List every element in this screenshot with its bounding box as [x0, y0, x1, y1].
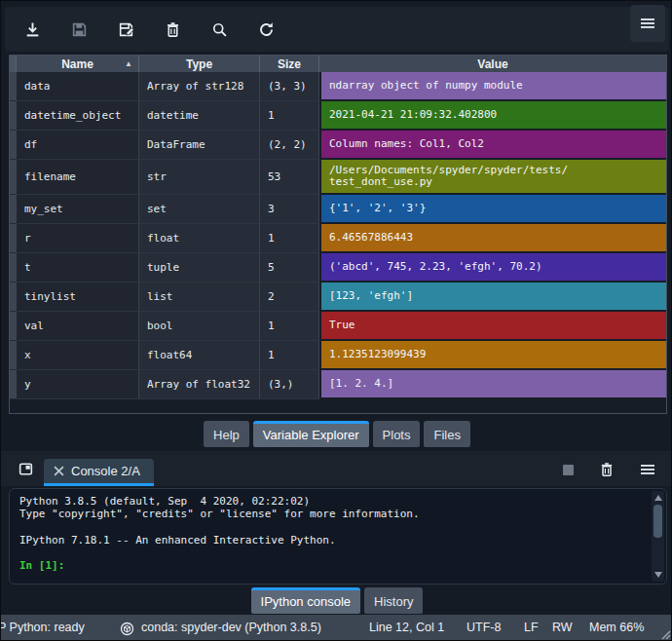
search-variable-button[interactable] [200, 13, 239, 46]
cell-name: data [17, 72, 139, 101]
console-output-lines: Python 3.8.5 (default, Sep 4 2020, 02:22… [19, 495, 647, 559]
cell-type: Array of float32 [139, 370, 260, 399]
encoding-status: UTF-8 [467, 621, 501, 634]
scrollbar-thumb[interactable] [653, 505, 662, 538]
console-line: IPython 7.18.1 -- An enhanced Interactiv… [19, 534, 647, 547]
trash-icon[interactable] [599, 462, 615, 477]
tab-plots[interactable]: Plots [373, 421, 421, 447]
row-header [10, 312, 17, 341]
row-header [10, 224, 17, 253]
conda-env-status[interactable]: conda: spyder-dev (Python 3.8.5) [141, 621, 321, 634]
console-toolbar [563, 462, 672, 486]
variable-table-header: Name ▲ Type Size Value [10, 56, 666, 72]
cell-size: 1 [260, 101, 319, 131]
table-row[interactable]: datetime_objectdatetime12021-04-21 21:09… [10, 101, 666, 131]
cell-name: df [17, 131, 139, 160]
cell-type: tuple [139, 253, 260, 283]
console-scrollbar[interactable] [652, 491, 664, 582]
table-row[interactable]: yArray of float32(3,)[1. 2. 4.] [10, 370, 666, 399]
save-data-button[interactable] [59, 13, 98, 46]
column-header-value[interactable]: Value [319, 56, 666, 72]
console-tab[interactable]: Console 2/A [44, 459, 154, 486]
row-header [10, 283, 17, 312]
remove-variable-button[interactable] [153, 13, 192, 46]
console-line [19, 520, 647, 533]
row-header [10, 72, 17, 101]
tab-help[interactable]: Help [204, 421, 249, 447]
column-header-size[interactable]: Size [260, 56, 319, 72]
row-header [10, 160, 17, 195]
refresh-icon [258, 21, 275, 38]
table-row[interactable]: dfDataFrame(2, 2)Column names: Col1, Col… [10, 131, 666, 160]
cell-value[interactable]: ('abcd', 745, 2.23, 'efgh', 70.2) [319, 253, 666, 283]
cell-type: datetime [139, 101, 260, 131]
resize-grip-icon[interactable] [657, 626, 671, 640]
scroll-down-icon[interactable] [654, 572, 662, 578]
variable-explorer-toolbar [5, 7, 669, 52]
variable-table-body: dataArray of str128(3, 3)ndarray object … [10, 72, 666, 399]
save-data-as-button[interactable] [106, 13, 145, 46]
tab-ipython-console[interactable]: IPython console [251, 587, 361, 614]
row-header [10, 195, 17, 224]
table-row[interactable]: dataArray of str128(3, 3)ndarray object … [10, 72, 666, 101]
cell-type: DataFrame [139, 131, 260, 160]
cell-value[interactable]: True [319, 312, 666, 341]
cell-name: tinylist [17, 283, 139, 312]
save-icon [71, 21, 88, 38]
table-row[interactable]: xfloat6411.1235123099439 [10, 341, 666, 370]
cell-type: Array of str128 [139, 72, 260, 101]
row-header [10, 131, 17, 160]
table-row[interactable]: ttuple5('abcd', 745, 2.23, 'efgh', 70.2) [10, 253, 666, 283]
column-header-type[interactable]: Type [139, 56, 260, 72]
console-pane-tabbar: IPython consoleHistory [1, 587, 672, 614]
console-prompt[interactable]: In [1]: [19, 559, 647, 572]
cell-size: 3 [260, 195, 319, 224]
cell-size: 1 [260, 224, 319, 253]
cell-name: y [17, 370, 139, 399]
scroll-up-icon[interactable] [654, 495, 662, 501]
table-row[interactable]: valbool1True [10, 312, 666, 341]
cell-size: 1 [260, 312, 319, 341]
cell-type: set [139, 195, 260, 224]
tab-history[interactable]: History [364, 587, 423, 614]
tab-files[interactable]: Files [424, 421, 469, 447]
interrupt-kernel-icon[interactable] [563, 465, 574, 475]
console-output[interactable]: Python 3.8.5 (default, Sep 4 2020, 02:22… [9, 488, 667, 584]
table-row[interactable]: rfloat16.46567886443 [10, 224, 666, 253]
row-header [10, 370, 17, 399]
console-line: Type "copyright", "credits" or "license"… [19, 508, 647, 520]
table-row[interactable]: filenamestr53/Users/Documents/spyder/spy… [10, 160, 666, 195]
cell-value[interactable]: [123, 'efgh'] [319, 283, 666, 312]
cell-value[interactable]: 6.46567886443 [319, 224, 666, 253]
cell-value[interactable]: {'1', '2', '3'} [319, 195, 666, 224]
hamburger-icon[interactable] [640, 463, 655, 476]
browse-tabs-icon [18, 461, 34, 477]
cell-value[interactable]: /Users/Documents/spyder/spyder/tests/ te… [319, 160, 666, 195]
import-data-button[interactable] [13, 13, 52, 46]
refresh-variables-button[interactable] [246, 13, 285, 46]
table-row[interactable]: tinylistlist2[123, 'efgh'] [10, 283, 666, 312]
console-line: Python 3.8.5 (default, Sep 4 2020, 02:22… [19, 495, 647, 508]
console-tabbar: Console 2/A [1, 451, 672, 486]
column-header-name[interactable]: Name ▲ [17, 56, 139, 72]
lsp-status: P Python: ready [0, 621, 85, 634]
tab-variable-explorer[interactable]: Variable Explorer [253, 421, 369, 447]
cell-name: x [17, 341, 139, 370]
search-icon [211, 21, 228, 38]
table-row[interactable]: my_setset3{'1', '2', '3'} [10, 195, 666, 224]
browse-tabs-button[interactable] [13, 456, 38, 481]
cell-value[interactable]: 2021-04-21 21:09:32.402800 [319, 101, 666, 131]
cell-value[interactable]: [1. 2. 4.] [319, 370, 666, 399]
cell-size: (3,) [260, 370, 319, 399]
cell-name: filename [17, 160, 139, 195]
cell-size: 5 [260, 253, 319, 283]
cell-name: t [17, 253, 139, 283]
cell-value[interactable]: 1.1235123099439 [319, 341, 666, 370]
cell-value[interactable]: Column names: Col1, Col2 [319, 131, 666, 160]
column-header-name-label: Name [61, 57, 93, 71]
cell-size: (2, 2) [260, 131, 319, 160]
permissions-status: RW [552, 621, 573, 634]
cell-value[interactable]: ndarray object of numpy module [319, 72, 666, 101]
close-icon[interactable] [54, 466, 64, 476]
pane-options-menu-button[interactable] [630, 5, 665, 42]
